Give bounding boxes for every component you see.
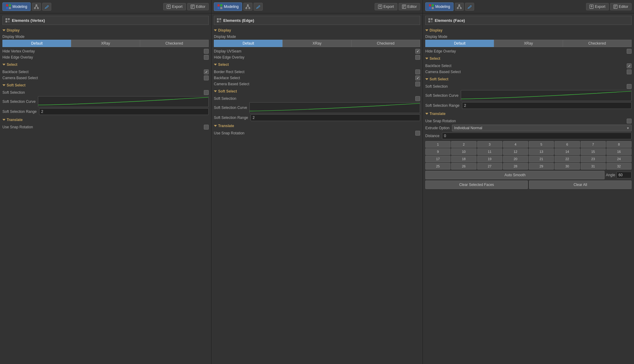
checkbox-label: Backface Select xyxy=(425,64,624,68)
checkbox-input[interactable] xyxy=(204,69,209,74)
angle-input[interactable] xyxy=(616,172,632,178)
export-button[interactable]: Export xyxy=(163,3,186,10)
checkbox-input[interactable] xyxy=(627,63,632,68)
export-button[interactable]: Export xyxy=(375,3,397,10)
modeling-button[interactable]: Modeling xyxy=(2,2,31,11)
smooth-number-btn[interactable]: 29 xyxy=(529,163,554,170)
smooth-number-btn[interactable]: 6 xyxy=(555,141,580,148)
smooth-number-btn[interactable]: 11 xyxy=(477,148,502,155)
checkbox-input[interactable] xyxy=(415,69,420,74)
display-mode-btn-xray[interactable]: XRay xyxy=(494,40,562,47)
smooth-number-btn[interactable]: 2 xyxy=(451,141,476,148)
checkbox-input[interactable] xyxy=(415,96,420,101)
display-mode-btn-default[interactable]: Default xyxy=(214,40,282,47)
hierarchy-button[interactable] xyxy=(32,3,41,11)
smooth-number-btn[interactable]: 21 xyxy=(529,156,554,162)
checkbox-input[interactable] xyxy=(204,76,209,80)
input-field[interactable] xyxy=(251,114,420,121)
checkbox-input[interactable] xyxy=(415,76,420,80)
checkbox-input[interactable] xyxy=(415,55,420,60)
clear-selected-faces-button[interactable]: Clear Selected Faces xyxy=(425,180,528,189)
smooth-number-btn[interactable]: 27 xyxy=(477,163,502,170)
soft-selection-curve-widget[interactable] xyxy=(249,102,420,113)
auto-smooth-button[interactable]: Auto Smooth xyxy=(425,171,605,179)
checkbox-input[interactable] xyxy=(415,82,420,86)
modeling-button[interactable]: Modeling xyxy=(214,2,242,11)
smooth-number-btn[interactable]: 22 xyxy=(555,156,580,162)
section-header-translate[interactable]: Translate xyxy=(2,117,209,123)
modeling-button[interactable]: Modeling xyxy=(425,2,454,11)
section-header-select[interactable]: Select xyxy=(425,56,632,62)
section-header-select[interactable]: Select xyxy=(214,62,420,68)
smooth-number-btn[interactable]: 26 xyxy=(451,163,476,170)
checkbox-input[interactable] xyxy=(204,125,209,130)
smooth-number-btn[interactable]: 12 xyxy=(503,148,528,155)
smooth-number-btn[interactable]: 13 xyxy=(529,148,554,155)
section-header-display[interactable]: Display xyxy=(2,27,209,33)
section-header-soft_select[interactable]: Soft Select xyxy=(425,76,632,82)
section-header-soft_select[interactable]: Soft Select xyxy=(2,82,209,88)
smooth-number-btn[interactable]: 30 xyxy=(555,163,580,170)
smooth-number-btn[interactable]: 32 xyxy=(606,163,632,170)
checkbox-input[interactable] xyxy=(627,69,632,74)
smooth-number-btn[interactable]: 8 xyxy=(606,141,632,148)
pen-button[interactable] xyxy=(42,3,51,11)
smooth-number-btn[interactable]: 15 xyxy=(581,148,606,155)
input-field[interactable] xyxy=(462,102,632,109)
soft-selection-curve-widget[interactable] xyxy=(461,90,632,101)
checkbox-input[interactable] xyxy=(415,49,420,54)
display-mode-btn-default[interactable]: Default xyxy=(2,40,71,47)
smooth-number-btn[interactable]: 17 xyxy=(425,156,450,162)
section-header-soft_select[interactable]: Soft Select xyxy=(214,88,420,94)
checkbox-input[interactable] xyxy=(627,119,632,123)
checkbox-input[interactable] xyxy=(627,49,632,54)
input-field[interactable] xyxy=(39,108,209,115)
hierarchy-button[interactable] xyxy=(455,3,464,11)
smooth-number-btn[interactable]: 24 xyxy=(606,156,632,162)
smooth-number-btn[interactable]: 14 xyxy=(555,148,580,155)
section-header-translate[interactable]: Translate xyxy=(214,123,420,129)
smooth-number-btn[interactable]: 20 xyxy=(503,156,528,162)
smooth-number-btn[interactable]: 5 xyxy=(529,141,554,148)
checkbox-input[interactable] xyxy=(627,84,632,89)
export-label: Export xyxy=(172,5,183,9)
smooth-number-btn[interactable]: 28 xyxy=(503,163,528,170)
export-button[interactable]: Export xyxy=(586,3,609,10)
section-header-translate[interactable]: Translate xyxy=(425,111,632,117)
display-mode-btn-checkered[interactable]: Checkered xyxy=(563,40,632,47)
pen-button[interactable] xyxy=(254,3,263,11)
checkbox-input[interactable] xyxy=(415,131,420,136)
smooth-number-btn[interactable]: 4 xyxy=(503,141,528,148)
display-mode-btn-xray[interactable]: XRay xyxy=(282,40,351,47)
clear-all-button[interactable]: Clear All xyxy=(529,180,632,189)
input-field[interactable] xyxy=(442,133,632,139)
smooth-number-btn[interactable]: 7 xyxy=(581,141,606,148)
hierarchy-button[interactable] xyxy=(243,3,252,11)
checkbox-input[interactable] xyxy=(204,90,209,95)
editor-button[interactable]: Editor xyxy=(399,3,420,10)
section-header-display[interactable]: Display xyxy=(214,27,420,33)
smooth-number-btn[interactable]: 3 xyxy=(477,141,502,148)
smooth-number-btn[interactable]: 25 xyxy=(425,163,450,170)
editor-button[interactable]: Editor xyxy=(610,3,632,10)
pen-button[interactable] xyxy=(465,3,474,11)
smooth-number-btn[interactable]: 10 xyxy=(451,148,476,155)
checkbox-input[interactable] xyxy=(204,55,209,60)
editor-button[interactable]: Editor xyxy=(187,3,209,10)
checkbox-input[interactable] xyxy=(204,49,209,54)
display-mode-btn-default[interactable]: Default xyxy=(425,40,494,47)
dropdown-select[interactable]: Individual Normal▼ xyxy=(452,125,632,131)
smooth-number-btn[interactable]: 19 xyxy=(477,156,502,162)
soft-selection-curve-widget[interactable] xyxy=(38,96,209,107)
smooth-number-btn[interactable]: 18 xyxy=(451,156,476,162)
smooth-number-btn[interactable]: 9 xyxy=(425,148,450,155)
smooth-number-btn[interactable]: 1 xyxy=(425,141,450,148)
display-mode-btn-checkered[interactable]: Checkered xyxy=(140,40,209,47)
display-mode-btn-xray[interactable]: XRay xyxy=(71,40,140,47)
smooth-number-btn[interactable]: 16 xyxy=(606,148,632,155)
section-header-display[interactable]: Display xyxy=(425,27,632,33)
smooth-number-btn[interactable]: 31 xyxy=(581,163,606,170)
display-mode-btn-checkered[interactable]: Checkered xyxy=(351,40,420,47)
section-header-select[interactable]: Select xyxy=(2,62,209,68)
smooth-number-btn[interactable]: 23 xyxy=(581,156,606,162)
